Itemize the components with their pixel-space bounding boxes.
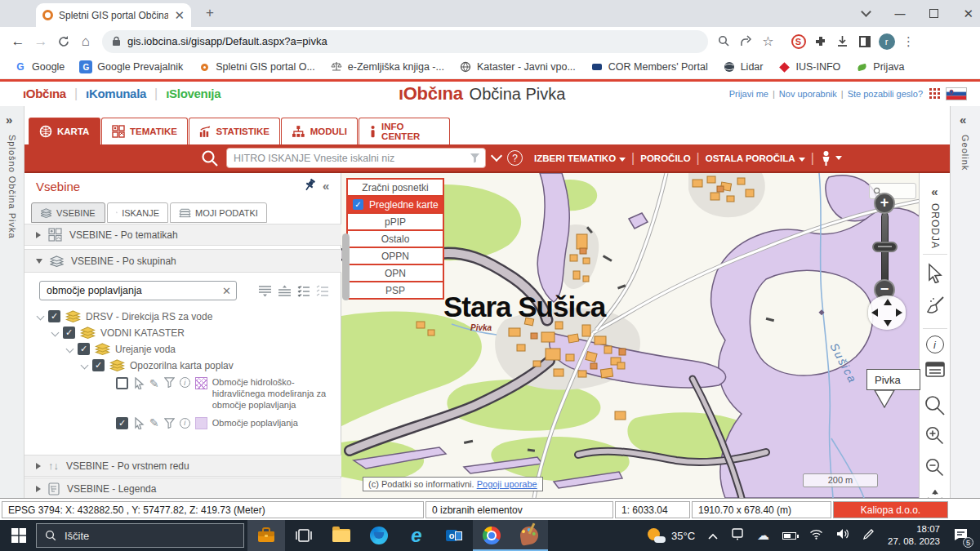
restore-icon[interactable] xyxy=(929,9,938,18)
apps-grid-icon[interactable] xyxy=(929,88,941,100)
back-icon[interactable]: ← xyxy=(7,33,29,50)
search-icon[interactable] xyxy=(713,35,735,47)
new-tab-button[interactable]: + xyxy=(206,5,214,21)
search-tool-icon[interactable] xyxy=(924,394,946,420)
bookmark-lidar[interactable]: Lidar xyxy=(717,58,769,76)
side-panel-icon[interactable] xyxy=(853,36,875,47)
logo-islovenija[interactable]: ıSlovenıja xyxy=(166,87,220,100)
bookmark-translate[interactable]: GGoogle Prevajalnik xyxy=(74,58,189,76)
logo-iobcina[interactable]: ıObčına xyxy=(23,87,66,100)
onedrive-cloud-icon[interactable]: ☁ xyxy=(757,528,769,543)
bookmark-star-icon[interactable]: ☆ xyxy=(757,33,779,49)
logo-ikomunala[interactable]: ıKomunala xyxy=(86,87,146,100)
login-link[interactable]: Prijavi me xyxy=(729,89,768,99)
section-po-skupinah[interactable]: VSEBINE - Po skupinah xyxy=(24,249,341,273)
quick-search-input[interactable] xyxy=(226,148,486,168)
info-circle-icon[interactable]: i xyxy=(180,377,190,388)
tab-search-icon[interactable] xyxy=(862,7,872,17)
tree-node-opozorilna-karta[interactable]: ✓ Opozorilna karta poplav xyxy=(82,359,234,371)
search-dropdown-chevron-icon[interactable] xyxy=(491,150,502,162)
home-icon[interactable]: ⌂ xyxy=(74,33,97,50)
zoom-out-tool-icon[interactable] xyxy=(924,457,945,481)
map-scale-value[interactable]: 1: 6033.04 xyxy=(615,501,690,518)
bookmark-google[interactable]: GGoogle xyxy=(8,58,70,76)
share-icon[interactable] xyxy=(735,35,757,47)
checkbox-checked[interactable]: ✓ xyxy=(116,417,128,429)
collapse-all-icon[interactable] xyxy=(278,285,292,297)
pin-icon[interactable] xyxy=(302,178,317,193)
checkbox-checked[interactable]: ✓ xyxy=(48,310,60,322)
collapse-right-panel-icon[interactable]: « xyxy=(960,113,980,127)
basemap-pregledne-karte[interactable]: ✓Pregledne karte xyxy=(346,195,444,214)
checkbox-checked[interactable]: ✓ xyxy=(63,327,75,339)
pan-tool-icon[interactable] xyxy=(924,490,946,498)
extension-s-icon[interactable]: S xyxy=(787,34,809,49)
weather-widget[interactable]: 35°C xyxy=(648,528,695,543)
layer-search-input[interactable] xyxy=(39,281,237,300)
new-user-link[interactable]: Nov uporabnik xyxy=(779,89,837,99)
left-collapse-strip[interactable]: » Splošno Občina Pivka xyxy=(0,106,24,498)
minimize-icon[interactable]: — xyxy=(894,7,905,20)
bookmark-kataster[interactable]: Kataster - Javni vpo... xyxy=(453,58,581,76)
vendor-link[interactable]: Kaliopa d.o.o. xyxy=(833,501,948,518)
start-button[interactable] xyxy=(0,520,38,551)
wifi-icon[interactable] xyxy=(809,528,823,543)
outlook-button[interactable]: o xyxy=(435,520,473,551)
tree-node-urejanje-voda[interactable]: ✓ Urejanje voda xyxy=(67,343,176,355)
battery-icon[interactable] xyxy=(782,528,796,543)
tab-close-icon[interactable]: ✕ xyxy=(174,8,185,23)
select-cursor-icon[interactable] xyxy=(133,377,145,389)
briefcase-app-button[interactable] xyxy=(247,520,285,551)
bookmark-zemljiska[interactable]: e-Zemljiška knjiga -... xyxy=(324,58,450,76)
basemap-ostalo[interactable]: Ostalo xyxy=(346,229,444,248)
forgot-password-link[interactable]: Ste pozabili geslo? xyxy=(848,89,923,99)
quick-search-icon[interactable] xyxy=(200,149,220,168)
tablet-mode-icon[interactable] xyxy=(731,527,744,544)
tray-chevron-up-icon[interactable] xyxy=(708,528,718,543)
menu-kebab-icon[interactable]: ⋮ xyxy=(898,34,920,49)
section-po-vrstnem-redu[interactable]: ↑↓ VSEBINE - Po vrstnem redu xyxy=(24,455,341,477)
bookmark-iusinfo[interactable]: IUS-INFO xyxy=(772,58,846,76)
paint-app-button[interactable] xyxy=(510,520,548,551)
forward-icon[interactable]: → xyxy=(29,33,52,50)
highlight-icon[interactable]: ✎ xyxy=(149,377,159,390)
pan-left-icon[interactable] xyxy=(871,309,878,317)
help-icon[interactable]: ? xyxy=(507,150,523,166)
check-all-icon[interactable] xyxy=(297,285,310,297)
highlight-icon[interactable]: ✎ xyxy=(149,416,159,429)
bookmark-prijava[interactable]: Prijava xyxy=(849,58,910,76)
tab-tematike[interactable]: TEMATIKE xyxy=(101,118,188,144)
tab-iskanje[interactable]: ISKANJE xyxy=(107,202,168,223)
porocilo-menu[interactable]: POROČILO xyxy=(640,153,690,163)
pan-up-icon[interactable] xyxy=(884,299,892,305)
checkbox-checked[interactable]: ✓ xyxy=(78,343,90,355)
basemap-psp[interactable]: PSP xyxy=(346,281,444,300)
basemap-ppip[interactable]: pPIP xyxy=(346,212,444,231)
expand-left-panel-icon[interactable]: » xyxy=(6,113,24,127)
pan-control[interactable] xyxy=(868,295,906,330)
section-po-tematikah[interactable]: VSEBINE - Po tematikah xyxy=(24,224,341,246)
pen-icon[interactable] xyxy=(862,528,875,544)
scrollbar-thumb[interactable] xyxy=(342,233,350,300)
zoom-in-tool-icon[interactable] xyxy=(924,425,945,449)
zoom-slider-handle[interactable] xyxy=(872,242,898,252)
uncheck-all-icon[interactable] xyxy=(316,285,329,297)
bookmark-gis-portal[interactable]: Spletni GIS portal O... xyxy=(192,58,321,76)
collapse-tools-icon[interactable]: « xyxy=(931,184,938,198)
clear-tool-icon[interactable] xyxy=(924,295,946,318)
tab-moji-podatki[interactable]: MOJI PODATKI xyxy=(170,202,267,223)
map-viewport[interactable]: Stara Sušica Pivka Sušica Zračni posnetk… xyxy=(341,173,950,498)
tree-node-drsv[interactable]: ✓ DRSV - Direkcija RS za vode xyxy=(38,310,212,322)
info-circle-icon[interactable]: i xyxy=(180,418,190,429)
collapse-panel-icon[interactable]: « xyxy=(323,179,329,193)
filter-icon[interactable] xyxy=(164,418,175,429)
street-view-icon[interactable] xyxy=(820,150,842,167)
avatar[interactable]: r xyxy=(875,33,898,50)
clear-search-icon[interactable]: ✕ xyxy=(222,285,231,297)
right-collapse-strip[interactable]: « Geolink xyxy=(950,106,980,498)
checkbox-checked[interactable]: ✓ xyxy=(92,359,105,371)
tab-karta[interactable]: KARTA xyxy=(29,118,100,144)
browser-tab[interactable]: Spletni GIS portal Občina Pivka ✕ xyxy=(36,3,191,27)
file-explorer-button[interactable] xyxy=(323,520,360,551)
select-cursor-icon[interactable] xyxy=(133,417,145,429)
